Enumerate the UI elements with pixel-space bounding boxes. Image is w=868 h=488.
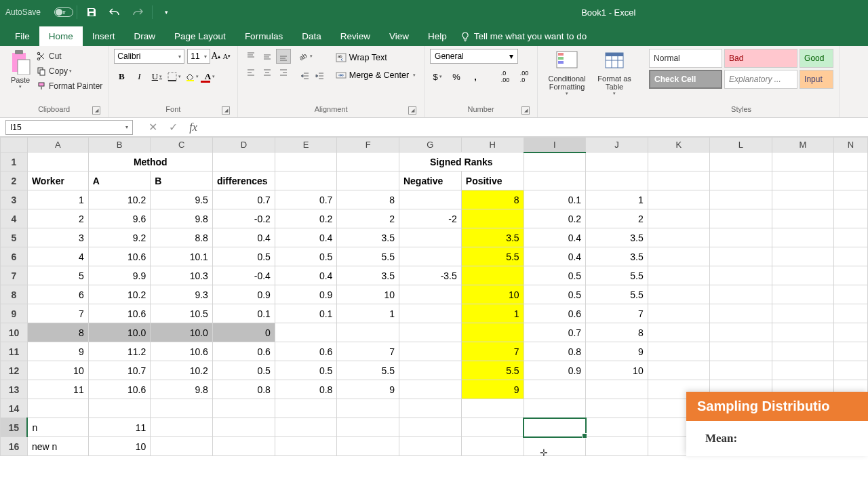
col-header[interactable]: G <box>399 138 461 152</box>
tab-draw[interactable]: Draw <box>125 26 165 46</box>
cell[interactable] <box>399 190 461 209</box>
cell[interactable]: n <box>27 418 88 437</box>
tab-page-layout[interactable]: Page Layout <box>165 26 235 46</box>
cell[interactable]: 10.5 <box>151 304 213 323</box>
merge-center-button[interactable]: Merge & Center▾ <box>333 66 418 84</box>
cell[interactable]: 0.5 <box>212 247 275 266</box>
cell[interactable]: 8 <box>337 190 399 209</box>
cell[interactable]: 7 <box>586 304 648 323</box>
cell[interactable] <box>275 323 337 342</box>
style-normal[interactable]: Normal <box>649 49 722 68</box>
row-header[interactable]: 11 <box>1 342 28 361</box>
col-header[interactable]: K <box>648 138 709 152</box>
cell[interactable]: 10.2 <box>151 361 213 380</box>
cell[interactable]: 9 <box>461 380 524 399</box>
increase-decimal[interactable]: .0.00 <box>498 69 513 84</box>
cell[interactable] <box>524 380 586 399</box>
col-header[interactable]: A <box>27 138 88 152</box>
cell[interactable]: 9.6 <box>88 209 151 228</box>
cell[interactable]: 9 <box>586 342 648 361</box>
comma-format[interactable]: , <box>468 69 483 84</box>
align-top[interactable] <box>243 49 258 64</box>
col-header[interactable]: C <box>151 138 213 152</box>
cell[interactable] <box>399 361 461 380</box>
cell[interactable]: 0.9 <box>275 285 337 304</box>
cell[interactable]: 3.5 <box>586 228 648 247</box>
align-middle[interactable] <box>260 49 275 64</box>
cell[interactable]: Positive <box>461 171 524 190</box>
percent-format[interactable]: % <box>449 69 464 84</box>
row-header[interactable]: 9 <box>1 304 28 323</box>
cell[interactable]: Method <box>88 152 212 171</box>
style-input[interactable]: Input <box>800 70 833 89</box>
cell[interactable]: 0.2 <box>524 209 586 228</box>
cell[interactable]: -0.2 <box>212 209 275 228</box>
row-header[interactable]: 10 <box>1 323 28 342</box>
col-header[interactable]: L <box>710 138 772 152</box>
undo-icon[interactable] <box>108 5 121 19</box>
cell[interactable]: 10.6 <box>88 380 151 399</box>
align-right[interactable] <box>276 65 291 80</box>
save-icon[interactable] <box>85 5 98 19</box>
cell[interactable]: 0.1 <box>275 304 337 323</box>
borders-button[interactable]: ▾ <box>167 69 182 84</box>
cell[interactable]: 5.5 <box>461 361 524 380</box>
cell[interactable]: 7 <box>461 342 524 361</box>
style-check-cell[interactable]: Check Cell <box>649 70 722 89</box>
fill-color-button[interactable]: ▾ <box>184 69 199 84</box>
cell[interactable]: 0.2 <box>275 209 337 228</box>
cell[interactable]: 11 <box>27 380 88 399</box>
cell[interactable]: 10 <box>27 361 88 380</box>
col-header[interactable]: I <box>524 138 586 152</box>
cell[interactable]: 1 <box>337 304 399 323</box>
cell[interactable]: 3.5 <box>337 266 399 285</box>
cell[interactable]: 0.1 <box>524 190 586 209</box>
tab-help[interactable]: Help <box>418 26 456 46</box>
enter-formula-icon[interactable]: ✓ <box>167 121 179 134</box>
tab-home[interactable]: Home <box>39 26 83 46</box>
cell[interactable] <box>399 342 461 361</box>
paste-button[interactable]: Paste ▾ <box>5 49 35 89</box>
number-launcher[interactable]: ◢ <box>521 106 530 115</box>
row-header[interactable]: 7 <box>1 266 28 285</box>
cell[interactable]: 5.5 <box>586 285 648 304</box>
font-size-combo[interactable]: 11▾ <box>187 49 210 64</box>
wrap-text-button[interactable]: ab Wrap Text <box>333 49 418 66</box>
tell-me[interactable]: Tell me what you want to do <box>460 26 587 46</box>
font-color-button[interactable]: A▾ <box>202 69 217 84</box>
cell[interactable] <box>586 380 648 399</box>
cell[interactable]: Worker <box>27 171 88 190</box>
cell[interactable]: 3.5 <box>461 228 524 247</box>
cell[interactable]: 10.2 <box>88 190 151 209</box>
cell[interactable]: 5.5 <box>337 361 399 380</box>
cell[interactable]: 11.2 <box>88 342 151 361</box>
cell[interactable] <box>399 247 461 266</box>
col-header[interactable]: D <box>212 138 275 152</box>
italic-button[interactable]: I <box>132 69 146 84</box>
cell[interactable]: 2 <box>586 209 648 228</box>
cell[interactable]: 0.5 <box>275 247 337 266</box>
cell[interactable]: 0.5 <box>275 361 337 380</box>
cell[interactable]: 4 <box>27 247 88 266</box>
cell[interactable] <box>337 323 399 342</box>
sampling-popup[interactable]: Sampling Distributio Mean: <box>686 392 868 456</box>
cell[interactable]: 10.1 <box>151 247 213 266</box>
format-as-table-button[interactable]: Format as Table▾ <box>591 49 638 96</box>
accounting-format[interactable]: $▾ <box>430 69 445 84</box>
cell[interactable]: 9 <box>337 380 399 399</box>
cell[interactable]: -0.4 <box>212 266 275 285</box>
cell[interactable]: 10.6 <box>88 304 151 323</box>
cell[interactable]: 3.5 <box>586 247 648 266</box>
decrease-decimal[interactable]: .00.0 <box>517 69 532 84</box>
number-format-combo[interactable]: General▾ <box>430 49 518 64</box>
col-header[interactable]: B <box>88 138 151 152</box>
cell[interactable]: 10.0 <box>88 323 151 342</box>
cell[interactable]: 9.5 <box>151 190 213 209</box>
cell[interactable]: 8 <box>27 323 88 342</box>
worksheet[interactable]: A B C D E F G H I J K L M N 1MethodSigne… <box>0 137 868 456</box>
cell[interactable]: 0.1 <box>212 304 275 323</box>
copy-button[interactable]: Copy▾ <box>37 64 102 79</box>
cell[interactable]: 10.0 <box>151 323 213 342</box>
cut-button[interactable]: Cut <box>37 49 102 64</box>
col-header[interactable]: N <box>834 138 868 152</box>
